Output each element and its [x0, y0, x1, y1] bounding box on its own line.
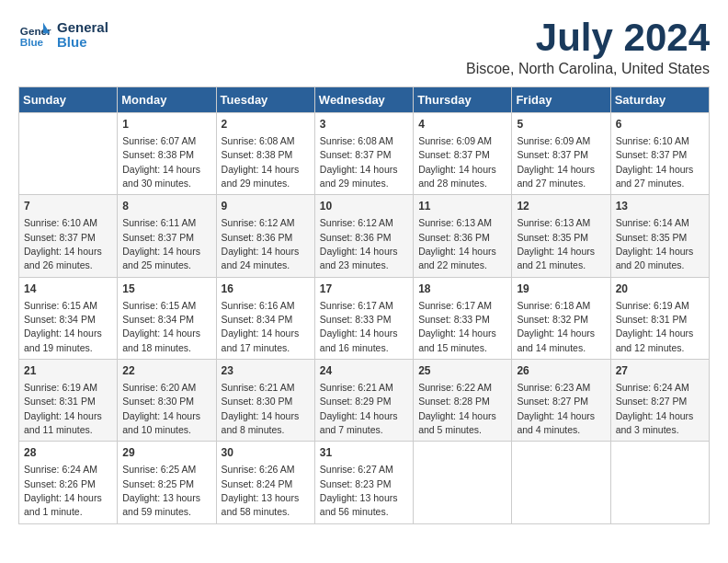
cell-info: Sunrise: 6:13 AMSunset: 8:35 PMDaylight:…	[517, 217, 595, 270]
logo-line1: General	[57, 20, 108, 36]
calendar-cell: 20Sunrise: 6:19 AMSunset: 8:31 PMDayligh…	[610, 277, 709, 359]
day-number: 4	[418, 117, 506, 132]
day-number: 30	[222, 445, 310, 461]
calendar-cell	[512, 442, 610, 523]
day-number: 13	[616, 199, 704, 214]
cell-info: Sunrise: 6:07 AMSunset: 8:38 PMDaylight:…	[122, 135, 200, 189]
day-number: 22	[122, 363, 210, 379]
cell-info: Sunrise: 6:26 AMSunset: 8:24 PMDaylight:…	[222, 464, 300, 517]
header: General Blue General Blue July 2024 Bisc…	[18, 18, 710, 77]
cell-info: Sunrise: 6:15 AMSunset: 8:34 PMDaylight:…	[24, 300, 102, 353]
day-number: 9	[222, 199, 310, 214]
calendar-week-row: 7Sunrise: 6:10 AMSunset: 8:37 PMDaylight…	[19, 195, 710, 277]
cell-info: Sunrise: 6:25 AMSunset: 8:25 PMDaylight:…	[122, 464, 200, 517]
day-number: 29	[122, 445, 210, 461]
cell-info: Sunrise: 6:15 AMSunset: 8:34 PMDaylight:…	[122, 300, 200, 353]
day-number: 14	[24, 282, 112, 297]
day-number: 11	[418, 199, 506, 214]
logo-line2: Blue	[57, 35, 108, 51]
calendar-cell: 24Sunrise: 6:21 AMSunset: 8:29 PMDayligh…	[314, 360, 413, 442]
calendar-cell: 27Sunrise: 6:24 AMSunset: 8:27 PMDayligh…	[610, 360, 709, 442]
title-block: July 2024 Biscoe, North Carolina, United…	[466, 18, 710, 77]
calendar-cell: 18Sunrise: 6:17 AMSunset: 8:33 PMDayligh…	[414, 277, 512, 359]
day-number: 1	[122, 117, 210, 132]
cell-info: Sunrise: 6:12 AMSunset: 8:36 PMDaylight:…	[320, 217, 398, 270]
cell-info: Sunrise: 6:08 AMSunset: 8:37 PMDaylight:…	[320, 135, 398, 189]
logo-icon: General Blue	[18, 18, 51, 52]
calendar-header-wednesday: Wednesday	[314, 87, 413, 113]
cell-info: Sunrise: 6:12 AMSunset: 8:36 PMDaylight:…	[222, 217, 300, 270]
day-number: 23	[222, 363, 310, 379]
cell-info: Sunrise: 6:19 AMSunset: 8:31 PMDaylight:…	[24, 382, 102, 435]
svg-text:Blue: Blue	[20, 36, 44, 48]
calendar-cell: 10Sunrise: 6:12 AMSunset: 8:36 PMDayligh…	[314, 195, 413, 277]
calendar-week-row: 1Sunrise: 6:07 AMSunset: 8:38 PMDaylight…	[19, 113, 710, 195]
calendar-header-monday: Monday	[118, 87, 216, 113]
day-number: 8	[122, 199, 210, 214]
cell-info: Sunrise: 6:21 AMSunset: 8:30 PMDaylight:…	[222, 382, 300, 435]
calendar-header-sunday: Sunday	[19, 87, 118, 113]
cell-info: Sunrise: 6:19 AMSunset: 8:31 PMDaylight:…	[616, 300, 694, 353]
day-number: 20	[616, 282, 704, 297]
cell-info: Sunrise: 6:11 AMSunset: 8:37 PMDaylight:…	[122, 217, 200, 270]
calendar-cell: 8Sunrise: 6:11 AMSunset: 8:37 PMDaylight…	[118, 195, 216, 277]
day-number: 15	[122, 282, 210, 297]
cell-info: Sunrise: 6:17 AMSunset: 8:33 PMDaylight:…	[418, 300, 496, 353]
calendar-header-friday: Friday	[512, 87, 610, 113]
calendar-cell: 13Sunrise: 6:14 AMSunset: 8:35 PMDayligh…	[610, 195, 709, 277]
cell-info: Sunrise: 6:22 AMSunset: 8:28 PMDaylight:…	[418, 382, 496, 435]
calendar-cell: 31Sunrise: 6:27 AMSunset: 8:23 PMDayligh…	[314, 442, 413, 523]
calendar-cell: 29Sunrise: 6:25 AMSunset: 8:25 PMDayligh…	[118, 442, 216, 523]
cell-info: Sunrise: 6:08 AMSunset: 8:38 PMDaylight:…	[222, 135, 300, 189]
calendar-cell: 12Sunrise: 6:13 AMSunset: 8:35 PMDayligh…	[512, 195, 610, 277]
cell-info: Sunrise: 6:20 AMSunset: 8:30 PMDaylight:…	[122, 382, 200, 435]
calendar-header-tuesday: Tuesday	[216, 87, 314, 113]
cell-info: Sunrise: 6:17 AMSunset: 8:33 PMDaylight:…	[320, 300, 398, 353]
calendar-cell: 25Sunrise: 6:22 AMSunset: 8:28 PMDayligh…	[414, 360, 512, 442]
day-number: 31	[320, 445, 408, 461]
cell-info: Sunrise: 6:18 AMSunset: 8:32 PMDaylight:…	[517, 300, 595, 353]
calendar-cell	[414, 442, 512, 523]
calendar-header-thursday: Thursday	[414, 87, 512, 113]
calendar-cell: 26Sunrise: 6:23 AMSunset: 8:27 PMDayligh…	[512, 360, 610, 442]
calendar-cell: 6Sunrise: 6:10 AMSunset: 8:37 PMDaylight…	[610, 113, 709, 195]
day-number: 16	[222, 282, 310, 297]
calendar-cell: 14Sunrise: 6:15 AMSunset: 8:34 PMDayligh…	[19, 277, 118, 359]
calendar-cell: 30Sunrise: 6:26 AMSunset: 8:24 PMDayligh…	[216, 442, 314, 523]
calendar-cell: 1Sunrise: 6:07 AMSunset: 8:38 PMDaylight…	[118, 113, 216, 195]
day-number: 21	[24, 363, 112, 379]
cell-info: Sunrise: 6:24 AMSunset: 8:26 PMDaylight:…	[24, 464, 102, 517]
day-number: 3	[320, 117, 408, 132]
day-number: 24	[320, 363, 408, 379]
subtitle: Biscoe, North Carolina, United States	[466, 61, 710, 77]
day-number: 27	[616, 363, 704, 379]
cell-info: Sunrise: 6:09 AMSunset: 8:37 PMDaylight:…	[418, 135, 496, 189]
calendar-header-saturday: Saturday	[610, 87, 709, 113]
logo: General Blue General Blue	[18, 18, 108, 52]
calendar-cell: 28Sunrise: 6:24 AMSunset: 8:26 PMDayligh…	[19, 442, 118, 523]
calendar-header-row: SundayMondayTuesdayWednesdayThursdayFrid…	[19, 87, 710, 113]
calendar-cell: 5Sunrise: 6:09 AMSunset: 8:37 PMDaylight…	[512, 113, 610, 195]
cell-info: Sunrise: 6:10 AMSunset: 8:37 PMDaylight:…	[24, 217, 102, 270]
day-number: 18	[418, 282, 506, 297]
day-number: 12	[517, 199, 605, 214]
day-number: 26	[517, 363, 605, 379]
calendar-cell: 17Sunrise: 6:17 AMSunset: 8:33 PMDayligh…	[314, 277, 413, 359]
calendar-cell: 21Sunrise: 6:19 AMSunset: 8:31 PMDayligh…	[19, 360, 118, 442]
cell-info: Sunrise: 6:14 AMSunset: 8:35 PMDaylight:…	[616, 217, 694, 270]
day-number: 10	[320, 199, 408, 214]
cell-info: Sunrise: 6:13 AMSunset: 8:36 PMDaylight:…	[418, 217, 496, 270]
calendar-cell: 4Sunrise: 6:09 AMSunset: 8:37 PMDaylight…	[414, 113, 512, 195]
day-number: 25	[418, 363, 506, 379]
day-number: 7	[24, 199, 112, 214]
calendar-cell: 2Sunrise: 6:08 AMSunset: 8:38 PMDaylight…	[216, 113, 314, 195]
day-number: 17	[320, 282, 408, 297]
main-title: July 2024	[466, 18, 710, 57]
calendar-cell: 7Sunrise: 6:10 AMSunset: 8:37 PMDaylight…	[19, 195, 118, 277]
day-number: 19	[517, 282, 605, 297]
calendar-cell	[19, 113, 118, 195]
calendar-cell	[610, 442, 709, 523]
cell-info: Sunrise: 6:24 AMSunset: 8:27 PMDaylight:…	[616, 382, 694, 435]
day-number: 5	[517, 117, 605, 132]
calendar-cell: 3Sunrise: 6:08 AMSunset: 8:37 PMDaylight…	[314, 113, 413, 195]
